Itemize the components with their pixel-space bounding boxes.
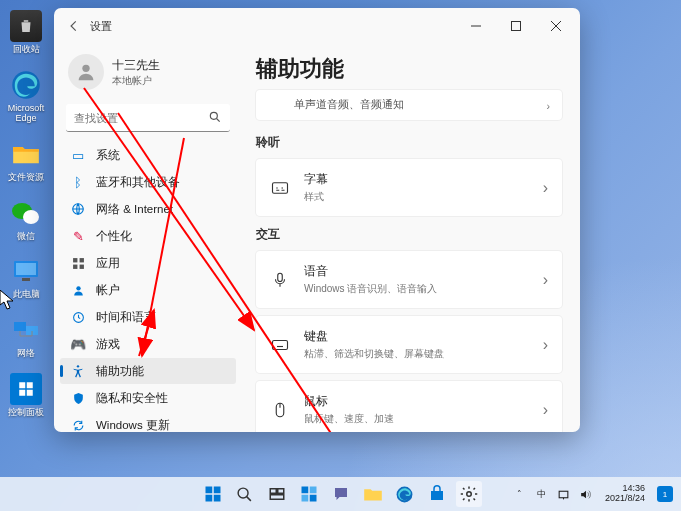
nav-time[interactable]: 时间和语言: [60, 304, 236, 330]
svg-point-22: [77, 365, 79, 367]
svg-rect-37: [270, 489, 276, 494]
card-captions[interactable]: 字幕 样式 ›: [256, 159, 562, 216]
page-heading: 辅助功能: [256, 54, 562, 84]
minimize-button[interactable]: [456, 11, 496, 41]
search-box[interactable]: [66, 104, 230, 132]
settings-window: 设置 十三先生 本地帐户 ▭系统 ᛒ蓝牙和其他设备 网络: [54, 8, 580, 432]
svg-rect-38: [277, 489, 283, 494]
taskbar-store[interactable]: [424, 481, 450, 507]
main-panel: 辅助功能 单声道音频、音频通知 › 聆听 字幕 样式 › 交互 语音 Windo…: [242, 44, 580, 432]
mouse-icon: [270, 400, 290, 420]
card-audio[interactable]: 单声道音频、音频通知 ›: [256, 90, 562, 120]
svg-rect-33: [213, 487, 220, 494]
chevron-right-icon: ›: [547, 100, 551, 112]
svg-point-45: [466, 492, 471, 497]
tray-network-icon[interactable]: [557, 487, 571, 501]
close-button[interactable]: [536, 11, 576, 41]
sidebar: 十三先生 本地帐户 ▭系统 ᛒ蓝牙和其他设备 网络 & Internet ✎个性…: [54, 44, 242, 432]
tray-volume-icon[interactable]: [579, 487, 593, 501]
nav-apps[interactable]: 应用: [60, 250, 236, 276]
taskbar-taskview[interactable]: [264, 481, 290, 507]
nav-network[interactable]: 网络 & Internet: [60, 196, 236, 222]
taskbar-chat[interactable]: [328, 481, 354, 507]
apps-icon: [70, 255, 86, 271]
notification-badge[interactable]: 1: [657, 486, 673, 502]
tray-chevron-icon[interactable]: ˄: [513, 487, 527, 501]
mic-icon: [270, 270, 290, 290]
svg-rect-25: [273, 340, 288, 349]
user-account: 本地帐户: [112, 74, 160, 88]
svg-rect-4: [16, 263, 36, 275]
svg-rect-34: [205, 495, 212, 502]
svg-rect-32: [205, 487, 212, 494]
start-button[interactable]: [200, 481, 226, 507]
clock-icon: [70, 309, 86, 325]
svg-rect-35: [213, 495, 220, 502]
svg-rect-46: [560, 491, 569, 498]
desktop-icon-edge[interactable]: Microsoft Edge: [5, 69, 47, 124]
maximize-button[interactable]: [496, 11, 536, 41]
nav-gaming[interactable]: 🎮游戏: [60, 331, 236, 357]
svg-rect-17: [79, 258, 83, 262]
svg-rect-24: [278, 273, 283, 281]
section-hearing: 聆听: [256, 134, 562, 151]
chevron-right-icon: ›: [543, 179, 548, 197]
taskbar-settings[interactable]: [456, 481, 482, 507]
titlebar: 设置: [54, 8, 580, 44]
taskbar-edge[interactable]: [392, 481, 418, 507]
desktop-icons: 回收站 Microsoft Edge 文件资源 微信 此电脑 网络 控制面板: [5, 10, 55, 432]
back-button[interactable]: [66, 18, 82, 34]
desktop-icon-network[interactable]: 网络: [5, 314, 47, 359]
nav-accounts[interactable]: 帐户: [60, 277, 236, 303]
nav-system[interactable]: ▭系统: [60, 142, 236, 168]
taskbar-search[interactable]: [232, 481, 258, 507]
chevron-right-icon: ›: [543, 271, 548, 289]
desktop-icon-recycle[interactable]: 回收站: [5, 10, 47, 55]
tray-ime-icon[interactable]: 中: [535, 487, 549, 501]
taskbar: ˄ 中 14:36 2021/8/24 1: [0, 477, 681, 511]
nav-bluetooth[interactable]: ᛒ蓝牙和其他设备: [60, 169, 236, 195]
desktop-icon-control[interactable]: 控制面板: [5, 373, 47, 418]
svg-rect-11: [27, 390, 33, 396]
card-speech[interactable]: 语音 Windows 语音识别、语音输入 ›: [256, 251, 562, 308]
update-icon: [70, 417, 86, 432]
taskbar-widgets[interactable]: [296, 481, 322, 507]
svg-rect-10: [19, 390, 25, 396]
nav-accessibility[interactable]: 辅助功能: [60, 358, 236, 384]
search-input[interactable]: [66, 104, 230, 132]
user-block[interactable]: 十三先生 本地帐户: [60, 48, 236, 104]
svg-rect-6: [14, 322, 26, 331]
gaming-icon: 🎮: [70, 336, 86, 352]
svg-point-13: [82, 65, 89, 72]
person-icon: [70, 282, 86, 298]
svg-rect-12: [512, 22, 521, 31]
chevron-right-icon: ›: [543, 401, 548, 419]
desktop-icon-wechat[interactable]: 微信: [5, 197, 47, 242]
accessibility-icon: [70, 363, 86, 379]
nav-update[interactable]: Windows 更新: [60, 412, 236, 432]
svg-rect-40: [301, 487, 308, 494]
keyboard-icon: [270, 335, 290, 355]
svg-point-2: [23, 210, 39, 224]
avatar: [68, 54, 104, 90]
card-mouse[interactable]: 鼠标 鼠标键、速度、加速 ›: [256, 381, 562, 432]
brush-icon: ✎: [70, 228, 86, 244]
nav-personalize[interactable]: ✎个性化: [60, 223, 236, 249]
desktop-icon-explorer[interactable]: 文件资源: [5, 138, 47, 183]
search-icon: [208, 110, 222, 124]
system-tray[interactable]: ˄ 中 14:36 2021/8/24 1: [513, 484, 681, 504]
chevron-right-icon: ›: [543, 336, 548, 354]
system-icon: ▭: [70, 147, 86, 163]
svg-rect-23: [273, 182, 288, 193]
svg-rect-43: [309, 495, 316, 502]
taskbar-clock[interactable]: 14:36 2021/8/24: [605, 484, 645, 504]
svg-rect-9: [27, 382, 33, 388]
nav-privacy[interactable]: 隐私和安全性: [60, 385, 236, 411]
taskbar-explorer[interactable]: [360, 481, 386, 507]
svg-point-36: [238, 488, 248, 498]
card-keyboard[interactable]: 键盘 粘滞、筛选和切换键、屏幕键盘 ›: [256, 316, 562, 373]
network-icon: [70, 201, 86, 217]
svg-rect-41: [309, 487, 316, 494]
section-interact: 交互: [256, 226, 562, 243]
svg-rect-16: [73, 258, 77, 262]
